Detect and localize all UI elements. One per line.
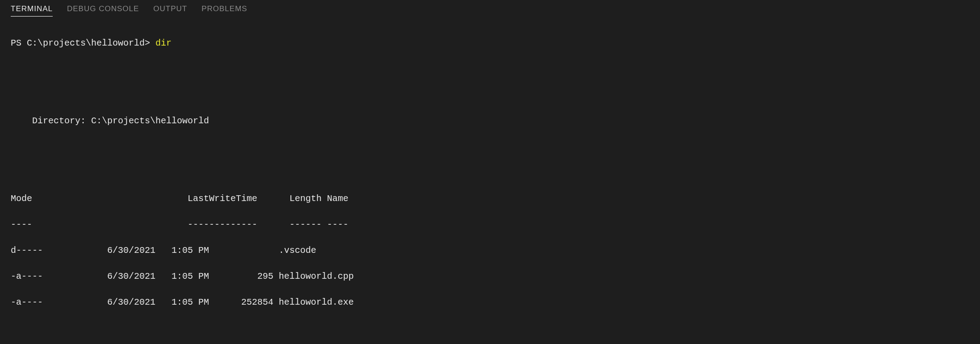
blank-line: [11, 63, 969, 76]
command-line-1: PS C:\projects\helloworld> dir: [11, 37, 969, 50]
blank-line: [11, 322, 969, 335]
tab-debug-console[interactable]: DEBUG CONSOLE: [67, 4, 139, 17]
blank-line: [11, 88, 969, 101]
table-row: -a---- 6/30/2021 1:05 PM 295 helloworld.…: [11, 270, 969, 283]
terminal-output[interactable]: PS C:\projects\helloworld> dir Directory…: [0, 20, 980, 344]
blank-line: [11, 140, 969, 153]
table-divider-row: ---- ------------- ------ ----: [11, 218, 969, 231]
tab-terminal[interactable]: TERMINAL: [11, 4, 53, 17]
table-header-row: Mode LastWriteTime Length Name: [11, 192, 969, 205]
prompt: PS C:\projects\helloworld>: [11, 38, 155, 48]
blank-line: [11, 166, 969, 179]
tab-output[interactable]: OUTPUT: [153, 4, 187, 17]
command-text: dir: [155, 38, 172, 48]
panel-tabs: TERMINAL DEBUG CONSOLE OUTPUT PROBLEMS: [0, 0, 980, 20]
tab-problems[interactable]: PROBLEMS: [201, 4, 247, 17]
table-row: -a---- 6/30/2021 1:05 PM 252854 hellowor…: [11, 296, 969, 309]
directory-header: Directory: C:\projects\helloworld: [11, 114, 969, 127]
table-row: d----- 6/30/2021 1:05 PM .vscode: [11, 244, 969, 257]
